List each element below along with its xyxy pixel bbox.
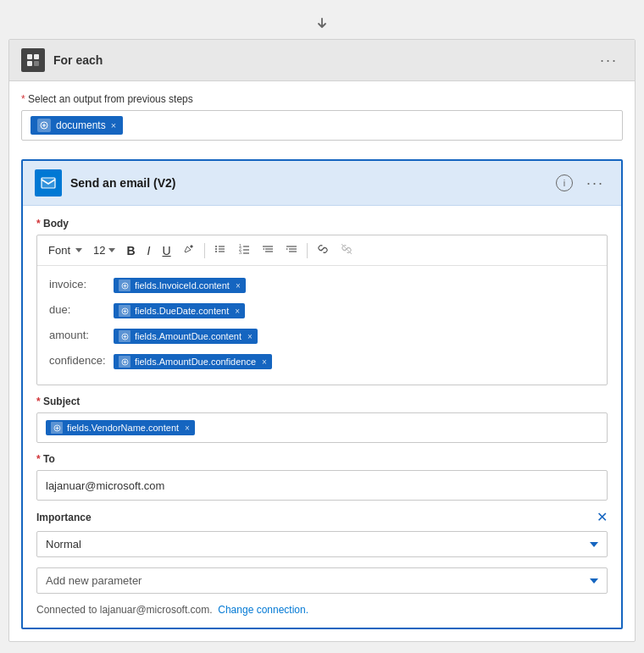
rich-text-body[interactable]: invoice: fields.Invoice (37, 266, 607, 385)
toolbar-divider-1 (204, 243, 205, 258)
toolbar-divider-2 (307, 243, 308, 258)
body-label: Body (36, 218, 608, 230)
foreach-ellipsis-button[interactable]: ··· (595, 50, 623, 71)
decrease-indent-button[interactable] (258, 241, 278, 260)
importance-value: Normal (46, 538, 81, 551)
documents-tag-close[interactable]: × (111, 121, 116, 130)
documents-tag: documents × (31, 116, 123, 135)
confidence-tag: fields.AmountDue.confidence × (114, 354, 272, 369)
body-amount-row: amount: fields.AmountDu (47, 325, 597, 347)
amount-label: amount: (49, 329, 108, 341)
to-input[interactable] (36, 470, 608, 501)
svg-rect-0 (27, 54, 32, 59)
to-label: To (36, 453, 608, 465)
foreach-header: For each ··· (9, 40, 635, 81)
to-section: To (36, 453, 608, 501)
importance-select[interactable]: Normal (36, 531, 608, 557)
amount-due-tag-close[interactable]: × (247, 332, 253, 341)
amount-due-tag-label: fields.AmountDue.content (135, 331, 242, 341)
footer-text: Connected to lajanuar@microsoft.com. Cha… (36, 604, 608, 616)
invoice-label: invoice: (49, 278, 108, 291)
top-arrow (8, 8, 636, 39)
select-output-label: Select an output from previous steps (21, 93, 623, 105)
svg-point-9 (215, 251, 217, 252)
vendor-name-tag: fields.VendorName.content × (46, 420, 195, 435)
rich-text-container: Font 12 B I U (36, 235, 608, 385)
subject-section: Subject fields.VendorName.content (36, 396, 608, 443)
foreach-header-left: For each (21, 48, 103, 72)
email-header-left: Send an email (V2) (35, 169, 175, 196)
invoice-id-tag-icon (119, 279, 130, 291)
confidence-tag-icon (119, 356, 130, 368)
email-card-title: Send an email (V2) (70, 176, 175, 190)
invoice-id-tag-close[interactable]: × (236, 281, 241, 291)
amount-due-tag-icon (119, 330, 130, 342)
email-icon (35, 169, 62, 196)
invoice-id-tag: fields.InvoiceId.content × (114, 278, 246, 293)
email-card: Send an email (V2) i ··· Body (21, 159, 623, 629)
confidence-tag-close[interactable]: × (262, 357, 267, 367)
add-parameter-label: Add new parameter (46, 574, 142, 587)
ordered-list-button[interactable]: 1. 2. 3. (234, 241, 254, 260)
vendor-name-tag-icon (51, 422, 63, 434)
email-card-wrapper: Send an email (V2) i ··· Body (9, 159, 635, 641)
underline-button[interactable]: U (158, 241, 175, 260)
foreach-title: For each (53, 53, 103, 67)
svg-rect-5 (42, 178, 55, 188)
add-parameter-button[interactable]: Add new parameter (36, 567, 608, 594)
bold-button[interactable]: B (122, 241, 139, 260)
font-size-value: 12 (93, 244, 105, 257)
confidence-tag-label: fields.AmountDue.confidence (135, 357, 256, 367)
email-header: Send an email (V2) i ··· (23, 161, 621, 206)
svg-text:3.: 3. (239, 250, 242, 255)
body-confidence-row: confidence: fields.Amou (47, 351, 597, 373)
importance-row: Importance ✕ (36, 511, 608, 524)
email-body: Body Font 12 (23, 206, 621, 628)
due-date-tag-icon (119, 305, 130, 317)
increase-indent-button[interactable] (281, 241, 302, 260)
subject-input[interactable]: fields.VendorName.content × (36, 412, 608, 443)
svg-rect-1 (34, 54, 39, 59)
vendor-name-tag-label: fields.VendorName.content (67, 423, 179, 433)
due-date-tag: fields.DueDate.content × (114, 303, 245, 318)
subject-label: Subject (36, 396, 608, 407)
link-button[interactable] (313, 241, 333, 260)
output-input-field[interactable]: documents × (21, 110, 623, 141)
svg-point-8 (215, 248, 217, 250)
email-ellipsis-button[interactable]: ··· (581, 173, 609, 194)
font-chevron-icon (75, 248, 82, 252)
email-header-right: i ··· (556, 173, 609, 194)
invoice-id-tag-label: fields.InvoiceId.content (135, 280, 230, 291)
importance-section: Importance ✕ Normal (36, 511, 608, 557)
vendor-name-tag-close[interactable]: × (185, 423, 190, 433)
body-due-row: due: fields.DueDate.con (47, 300, 597, 322)
amount-due-tag: fields.AmountDue.content × (114, 329, 258, 344)
font-size-chevron-icon (108, 248, 115, 252)
documents-tag-icon (37, 119, 51, 132)
due-date-tag-label: fields.DueDate.content (135, 306, 229, 316)
documents-tag-label: documents (56, 119, 106, 131)
body-invoice-row: invoice: fields.Invoice (47, 274, 597, 296)
unordered-list-button[interactable] (210, 241, 230, 260)
change-connection-link[interactable]: Change connection. (218, 604, 308, 616)
font-selector[interactable]: Font (44, 241, 86, 259)
due-date-tag-close[interactable]: × (235, 307, 240, 316)
svg-rect-2 (27, 61, 32, 66)
toolbar: Font 12 B I U (37, 235, 607, 266)
importance-label: Importance (36, 512, 92, 523)
unlink-button[interactable] (336, 241, 357, 260)
highlight-button[interactable] (179, 241, 199, 260)
importance-chevron-icon (590, 542, 598, 547)
font-label: Font (48, 244, 70, 257)
importance-close-button[interactable]: ✕ (597, 511, 608, 524)
foreach-body: Select an output from previous steps doc… (9, 81, 635, 152)
footer-prefix: Connected to lajanuar@microsoft.com. (36, 604, 213, 616)
svg-rect-3 (34, 61, 39, 66)
foreach-card: For each ··· Select an output from previ… (8, 39, 636, 642)
font-size-selector[interactable]: 12 (90, 242, 119, 258)
info-icon[interactable]: i (556, 174, 573, 191)
body-section: Body Font 12 (36, 218, 608, 385)
italic-button[interactable]: I (143, 241, 155, 260)
add-parameter-chevron-icon (590, 578, 598, 584)
foreach-loop-icon (21, 48, 45, 72)
